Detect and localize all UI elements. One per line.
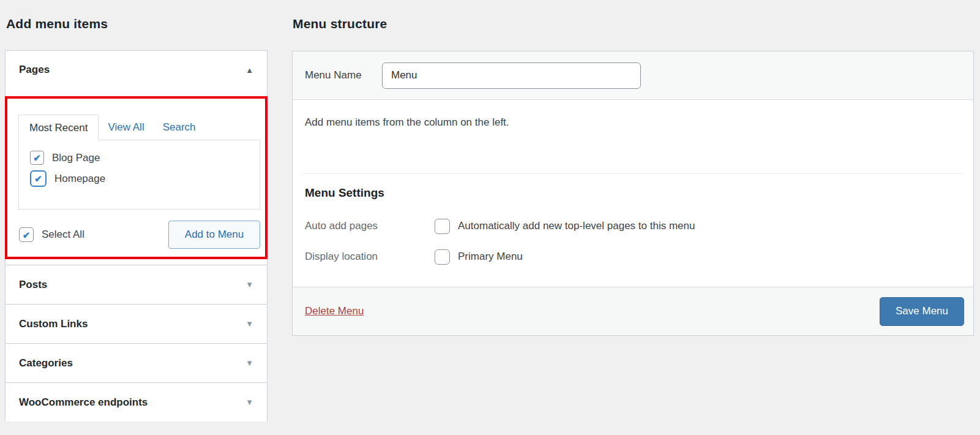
menu-structure-heading: Menu structure [293, 17, 387, 31]
display-location-option: Primary Menu [435, 249, 523, 265]
auto-add-pages-option-label: Automatically add new top-level pages to… [458, 220, 695, 232]
list-item-homepage: ✔ Homepage [30, 170, 260, 187]
chevron-down-icon: ▼ [245, 358, 253, 368]
menu-settings-heading: Menu Settings [305, 186, 384, 200]
tab-most-recent-label: Most Recent [29, 122, 88, 134]
section-title-posts: Posts [19, 279, 47, 291]
accordion-section-categories[interactable]: Categories ▼ [6, 343, 267, 382]
add-menu-items-heading: Add menu items [6, 17, 108, 31]
check-icon: ✔ [33, 153, 41, 162]
select-all-checkbox[interactable]: ✔ [19, 227, 34, 242]
list-item-blog-page: ✔ Blog Page [30, 151, 260, 165]
accordion-section-woocommerce-endpoints[interactable]: WooCommerce endpoints ▼ [6, 382, 267, 422]
menu-name-input[interactable] [382, 62, 641, 89]
menu-actions-footer: Delete Menu Save Menu [293, 287, 973, 335]
empty-menu-message: Add menu items from the column on the le… [305, 116, 509, 129]
auto-add-pages-checkbox[interactable] [435, 219, 450, 234]
blog-page-label: Blog Page [52, 152, 100, 164]
menu-name-row: Menu Name [293, 51, 973, 100]
primary-menu-option-label: Primary Menu [458, 251, 523, 263]
delete-menu-link[interactable]: Delete Menu [305, 305, 364, 317]
section-title-woocommerce-endpoints: WooCommerce endpoints [19, 396, 148, 409]
chevron-down-icon: ▼ [245, 280, 253, 289]
select-all-row: ✔ Select All [19, 227, 84, 242]
auto-add-pages-row: Auto add pages Automatically add new top… [305, 217, 695, 235]
tab-view-all[interactable]: View All [99, 115, 153, 140]
select-all-label: Select All [42, 229, 84, 241]
chevron-down-icon: ▼ [245, 319, 253, 328]
auto-add-pages-label: Auto add pages [305, 220, 435, 232]
blog-page-checkbox[interactable]: ✔ [30, 151, 44, 165]
menu-structure-panel: Menu Name Add menu items from the column… [292, 51, 974, 336]
chevron-up-icon: ▲ [245, 66, 253, 75]
menu-name-label: Menu Name [305, 69, 382, 81]
section-title-categories: Categories [19, 357, 73, 369]
homepage-checkbox[interactable]: ✔ [30, 170, 47, 187]
accordion-section-pages[interactable]: Pages ▲ [6, 51, 267, 89]
accordion-section-posts[interactable]: Posts ▼ [6, 265, 267, 304]
primary-menu-checkbox[interactable] [435, 249, 450, 265]
check-icon: ✔ [23, 230, 31, 240]
save-menu-button[interactable]: Save Menu [880, 297, 964, 326]
section-title-custom-links: Custom Links [19, 318, 88, 330]
pages-tabs: Most Recent View All Search [18, 115, 205, 140]
settings-divider [302, 173, 963, 174]
pages-section-body: Most Recent View All Search ✔ Blog Page … [6, 89, 267, 265]
display-location-row: Display location Primary Menu [305, 248, 523, 266]
chevron-down-icon: ▼ [245, 398, 253, 407]
display-location-label: Display location [305, 251, 435, 263]
auto-add-pages-option: Automatically add new top-level pages to… [435, 219, 695, 234]
most-recent-tab-panel: ✔ Blog Page ✔ Homepage [18, 140, 260, 210]
add-menu-items-panel: Pages ▲ Most Recent View All Search ✔ Bl… [5, 50, 267, 421]
check-icon: ✔ [34, 174, 42, 183]
homepage-label: Homepage [54, 173, 105, 185]
tab-most-recent[interactable]: Most Recent [18, 115, 99, 140]
section-title-pages: Pages [19, 64, 50, 76]
tab-search[interactable]: Search [154, 115, 205, 140]
accordion-section-custom-links[interactable]: Custom Links ▼ [6, 304, 267, 343]
add-to-menu-button[interactable]: Add to Menu [168, 221, 260, 249]
